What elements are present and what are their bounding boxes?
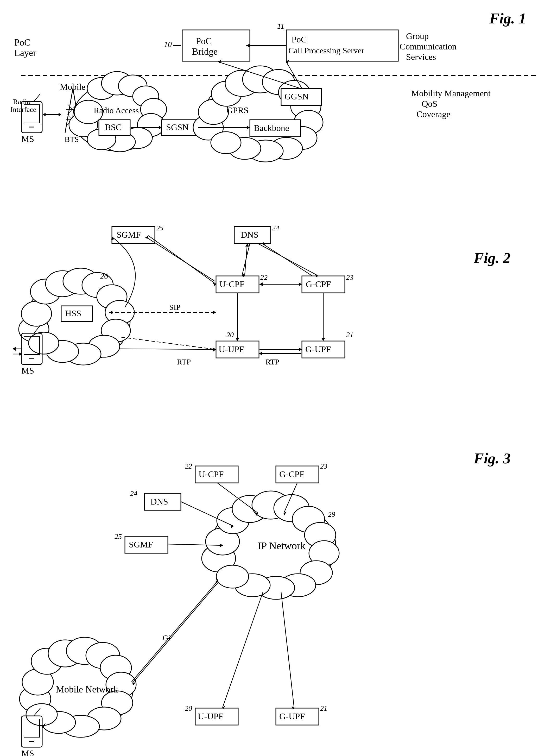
svg-text:GPRS: GPRS [226, 105, 248, 115]
svg-text:G-CPF: G-CPF [279, 469, 304, 479]
svg-marker-77 [247, 126, 250, 129]
svg-text:SGMF: SGMF [129, 540, 153, 549]
svg-text:Services: Services [406, 52, 436, 62]
svg-line-235 [222, 592, 263, 708]
svg-text:25: 25 [156, 224, 163, 232]
svg-text:Interface: Interface [10, 105, 36, 113]
svg-marker-119 [235, 338, 239, 341]
svg-text:Mobility Management: Mobility Management [411, 88, 491, 98]
svg-line-226 [132, 582, 218, 683]
svg-text:RTP: RTP [265, 357, 279, 366]
svg-text:26: 26 [100, 272, 108, 280]
svg-marker-123 [299, 348, 302, 351]
svg-text:U-CPF: U-CPF [198, 469, 223, 479]
svg-line-161 [120, 349, 215, 349]
svg-text:10: 10 [164, 40, 172, 48]
svg-marker-165 [259, 283, 262, 286]
svg-text:23: 23 [320, 462, 328, 470]
svg-text:21: 21 [320, 704, 328, 712]
svg-text:20: 20 [185, 704, 192, 712]
svg-marker-15 [246, 44, 250, 47]
svg-text:25: 25 [114, 532, 122, 540]
svg-text:24: 24 [130, 489, 137, 497]
svg-text:Coverage: Coverage [417, 109, 450, 119]
svg-marker-28 [59, 113, 61, 116]
svg-text:GGSN: GGSN [285, 92, 309, 101]
svg-text:MS: MS [21, 366, 34, 375]
svg-text:22: 22 [185, 462, 192, 470]
svg-text:G-UPF: G-UPF [305, 344, 331, 354]
svg-line-224 [131, 581, 218, 682]
page: Fig. 1 PoC Layer PoC Bridge PoC Call Pro… [0, 0, 551, 756]
svg-text:PoC: PoC [14, 37, 30, 48]
svg-text:23: 23 [346, 273, 354, 282]
svg-text:Layer: Layer [14, 48, 36, 58]
svg-line-23 [34, 94, 40, 101]
svg-text:11: 11 [277, 22, 285, 30]
svg-text:Fig. 2: Fig. 2 [473, 250, 511, 266]
svg-text:DNS: DNS [150, 497, 168, 506]
svg-text:G-CPF: G-CPF [306, 279, 331, 289]
svg-text:BSC: BSC [105, 122, 121, 132]
svg-text:SIP: SIP [169, 303, 180, 311]
svg-line-108 [258, 244, 318, 276]
svg-text:Call Processing Server: Call Processing Server [289, 46, 364, 55]
svg-line-116 [146, 237, 215, 281]
svg-point-193 [216, 565, 248, 588]
svg-marker-121 [322, 338, 325, 341]
svg-text:U-CPF: U-CPF [219, 279, 244, 289]
svg-text:BTS: BTS [65, 135, 79, 143]
svg-text:QoS: QoS [422, 99, 437, 108]
svg-line-110 [245, 244, 247, 276]
svg-text:22: 22 [260, 273, 267, 282]
svg-text:Communication: Communication [400, 42, 457, 51]
svg-marker-125 [259, 352, 262, 355]
svg-text:DNS: DNS [241, 230, 258, 240]
svg-line-114 [148, 236, 215, 284]
svg-marker-157 [213, 311, 216, 314]
svg-marker-111 [245, 244, 249, 247]
svg-text:Fig. 3: Fig. 3 [473, 450, 511, 467]
svg-text:Bridge: Bridge [192, 46, 217, 57]
svg-text:21: 21 [346, 331, 354, 339]
svg-text:MS: MS [21, 748, 34, 756]
svg-text:20: 20 [226, 331, 234, 339]
svg-text:G-UPF: G-UPF [279, 712, 305, 721]
svg-point-72 [211, 132, 241, 153]
svg-text:PoC: PoC [196, 36, 212, 46]
svg-text:24: 24 [272, 224, 279, 232]
svg-text:Fig. 1: Fig. 1 [489, 10, 526, 27]
svg-point-128 [21, 301, 52, 326]
svg-text:HSS: HSS [65, 309, 81, 318]
svg-point-217 [26, 704, 57, 726]
svg-text:Mobile Network: Mobile Network [56, 684, 118, 695]
svg-point-139 [29, 332, 59, 354]
svg-text:U-UPF: U-UPF [198, 712, 223, 721]
svg-text:Radio Access: Radio Access [94, 106, 139, 115]
svg-text:U-UPF: U-UPF [218, 344, 244, 354]
svg-text:MS: MS [21, 134, 34, 144]
svg-line-150 [121, 337, 215, 349]
svg-text:Radio: Radio [13, 98, 30, 106]
svg-text:Gi: Gi [163, 633, 170, 642]
svg-marker-162 [213, 348, 216, 351]
svg-marker-153 [12, 347, 16, 351]
svg-text:PoC: PoC [292, 35, 307, 44]
svg-text:Group: Group [406, 31, 429, 41]
svg-text:RTP: RTP [177, 357, 191, 366]
svg-text:SGMF: SGMF [117, 230, 141, 240]
svg-text:SGSN: SGSN [166, 122, 189, 132]
svg-line-237 [281, 592, 294, 708]
svg-text:IP Network: IP Network [258, 540, 306, 551]
svg-line-112 [263, 244, 312, 276]
svg-text:Backbone: Backbone [254, 123, 289, 133]
svg-text:29: 29 [328, 510, 335, 518]
svg-marker-164 [299, 283, 302, 286]
svg-marker-29 [43, 113, 46, 116]
